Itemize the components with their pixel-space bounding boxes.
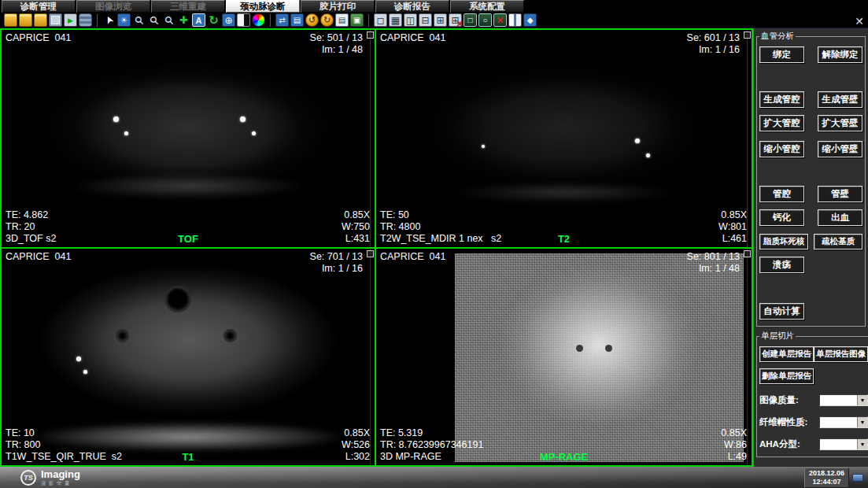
series-layout-icon[interactable]: ▤ [290, 13, 304, 27]
invert-icon[interactable] [237, 13, 250, 27]
zoom-factor: 0.85X [342, 427, 370, 439]
pan-icon[interactable]: ✚ [177, 13, 190, 27]
tray-icon [852, 474, 863, 482]
viewport-tof[interactable]: CAPRICE 041 Se: 501 / 13 Im: 1 / 48 TE: … [1, 29, 375, 248]
chevron-down-icon[interactable]: ▼ [857, 417, 867, 427]
trachea-shape [166, 287, 190, 311]
image-scrollbar-thumb[interactable] [744, 31, 751, 39]
ulcer-button[interactable]: 溃疡 [759, 257, 804, 273]
refresh-icon[interactable]: ↻ [207, 13, 220, 27]
layout-1x1-icon[interactable]: ◻ [374, 13, 387, 27]
capture-icon[interactable]: ◆ [523, 13, 537, 27]
expand-lumen-button[interactable]: 扩大管腔 [759, 115, 804, 131]
open-study-folder-icon[interactable] [4, 13, 17, 27]
main-area: CAPRICE 041 Se: 501 / 13 Im: 1 / 48 TE: … [0, 28, 868, 467]
image-scrollbar-thumb[interactable] [744, 250, 751, 257]
tab-system-config[interactable]: 系统配置 [450, 0, 524, 13]
split-panel-icon[interactable] [508, 13, 522, 27]
vessel-highlight [76, 357, 81, 361]
aha-type-label: AHA分型: [759, 438, 800, 450]
viewport-t2[interactable]: CAPRICE 041 Se: 601 / 13 Im: 1 / 16 TE: … [375, 29, 752, 248]
datetime-display: 2018.12.06 12:44:07 [804, 468, 849, 488]
fit-window-icon[interactable]: ⊕ [222, 13, 235, 27]
aha-type-value [820, 439, 857, 449]
undo-icon[interactable]: ↺ [305, 13, 319, 27]
bind-button[interactable]: 绑定 [759, 46, 804, 63]
layout-2x2-icon[interactable]: ⊞ [434, 13, 447, 27]
image-scrollbar-thumb[interactable] [367, 31, 374, 39]
lumen-button[interactable]: 管腔 [759, 186, 804, 202]
export-study-icon[interactable]: ▶ [64, 13, 77, 27]
image-scrollbar-track[interactable] [370, 30, 371, 247]
roi-delete-icon[interactable]: ✕ [493, 13, 507, 27]
layout-custom-icon[interactable]: ▦ [389, 13, 402, 27]
archive-database-icon[interactable] [79, 13, 92, 27]
tab-carotid-diagnosis[interactable]: 颈动脉诊断 [226, 0, 300, 13]
sequence-name: 3D_TOF s2 [6, 233, 56, 245]
copy-report-icon[interactable]: ▤ [335, 13, 349, 27]
redo-icon[interactable]: ↻ [320, 13, 334, 27]
tab-diagnosis-management[interactable]: 诊断管理 [2, 0, 76, 13]
fibrous-cap-select[interactable]: ▼ [819, 416, 868, 428]
tab-diagnosis-report[interactable]: 诊断报告 [375, 0, 449, 13]
shrink-lumen-button[interactable]: 缩小管腔 [759, 141, 804, 157]
layout-2x1-icon[interactable]: ⊟ [419, 13, 432, 27]
fibrous-cap-label: 纤维帽性质: [759, 416, 807, 428]
series-number: Se: 601 / 13 [687, 32, 740, 44]
generate-wall-button[interactable]: 生成管壁 [818, 91, 862, 108]
generate-lumen-button[interactable]: 生成管腔 [759, 91, 804, 108]
unbind-button[interactable]: 解除绑定 [818, 46, 862, 63]
open-series-folder-icon[interactable] [19, 13, 32, 27]
save-image-icon[interactable]: ▣ [350, 13, 364, 27]
create-slice-report-button[interactable]: 创建单层报告 [759, 346, 814, 362]
lipid-core-button[interactable]: 脂质坏死核 [759, 234, 808, 250]
pseudo-color-icon[interactable] [252, 13, 265, 27]
image-quality-value [820, 395, 857, 405]
window-level: L:302 [342, 451, 370, 463]
image-scrollbar-track[interactable] [370, 249, 371, 466]
wall-button[interactable]: 管壁 [818, 186, 862, 202]
loose-matrix-button[interactable]: 疏松基质 [814, 234, 862, 250]
calcification-button[interactable]: 钙化 [759, 209, 804, 226]
slice-report-image-button[interactable]: 单层报告图像 [814, 346, 868, 362]
roi-rect-icon[interactable]: □ [464, 13, 477, 27]
roi-ellipse-icon[interactable]: ○ [478, 13, 492, 27]
annotation-icon[interactable]: A [192, 13, 205, 27]
vessel-highlight [83, 370, 87, 374]
expand-wall-button[interactable]: 扩大管壁 [818, 115, 862, 131]
shrink-wall-button[interactable]: 缩小管壁 [818, 141, 862, 157]
window-level-icon[interactable]: ☀ [117, 13, 131, 27]
layout-clear-icon[interactable]: ⊞ [449, 13, 462, 27]
window-width: W:801 [718, 221, 747, 233]
open-image-folder-icon[interactable] [34, 13, 47, 27]
hemorrhage-button[interactable]: 出血 [818, 209, 862, 226]
te-value: TE: 5.319 [380, 427, 483, 439]
tab-film-print[interactable]: 胶片打印 [301, 0, 375, 13]
patient-id: CAPRICE 041 [380, 251, 445, 263]
layout-1x2-icon[interactable]: ◫ [404, 13, 417, 27]
image-scrollbar-track[interactable] [747, 249, 748, 466]
chevron-down-icon[interactable]: ▼ [857, 439, 867, 449]
aha-type-select[interactable]: ▼ [819, 438, 868, 450]
image-scrollbar-track[interactable] [747, 30, 748, 247]
brand-subtitle: 清影华康 [41, 481, 80, 486]
cursor-icon[interactable]: ➤ [100, 11, 118, 29]
worklist-monitor-icon[interactable] [49, 13, 62, 27]
toolbar-separator [270, 14, 271, 27]
viewport-mprage[interactable]: CAPRICE 041 Se: 801 / 13 Im: 1 / 48 TE: … [375, 248, 752, 467]
auto-calculate-button[interactable]: 自动计算 [759, 303, 804, 320]
sequence-tag: MP-RAGE [540, 451, 588, 463]
image-scrollbar-thumb[interactable] [367, 250, 374, 257]
chevron-down-icon[interactable]: ▼ [857, 395, 867, 405]
zoom-2x-icon[interactable]: ⚲ [159, 10, 178, 29]
tab-3d-reconstruction[interactable]: 三维重建 [151, 0, 225, 13]
delete-slice-report-button[interactable]: 删除单层报告 [759, 368, 814, 384]
image-quality-select[interactable]: ▼ [819, 394, 868, 406]
vessel-highlight [240, 116, 246, 122]
sequence-tag: TOF [178, 233, 198, 245]
series-link-icon[interactable]: ⇄ [275, 13, 289, 27]
viewport-t1[interactable]: CAPRICE 041 Se: 701 / 13 Im: 1 / 16 TE: … [1, 248, 375, 467]
image-number: Im: 1 / 16 [687, 44, 740, 56]
close-icon[interactable]: ✕ [855, 15, 864, 28]
zoom-factor: 0.85X [718, 209, 747, 221]
